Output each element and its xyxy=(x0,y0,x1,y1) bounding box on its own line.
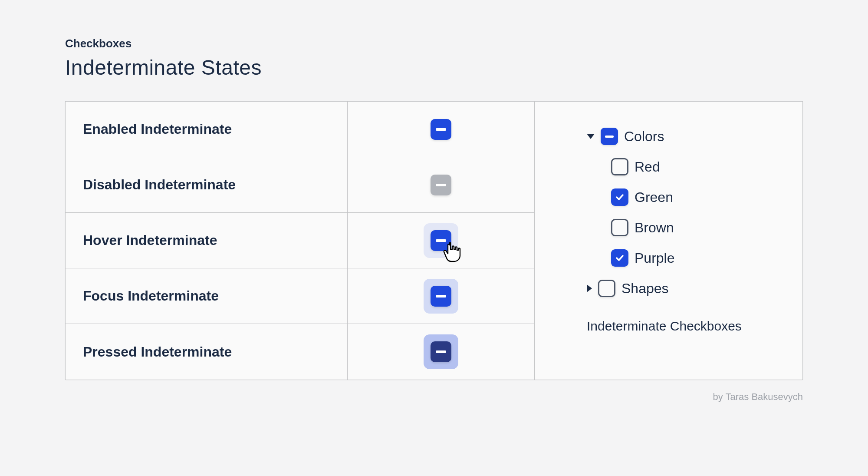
state-label: Disabled Indeterminate xyxy=(66,157,348,212)
states-table: Enabled Indeterminate Disabled Indetermi… xyxy=(65,101,803,380)
minus-icon xyxy=(605,136,614,138)
tree-item-purple[interactable]: Purple xyxy=(611,249,802,267)
chevron-down-icon xyxy=(587,134,595,139)
minus-icon xyxy=(436,239,446,242)
attribution: by Taras Bakusevych xyxy=(65,391,803,403)
state-sample xyxy=(348,279,534,314)
state-sample xyxy=(348,112,534,147)
state-sample xyxy=(348,223,534,258)
state-label: Focus Indeterminate xyxy=(66,268,348,324)
tree-group-colors[interactable]: Colors xyxy=(587,128,802,145)
checkbox-indeterminate-enabled[interactable] xyxy=(431,119,451,140)
page-title: Indeterminate States xyxy=(65,56,803,79)
section-subtitle: Checkboxes xyxy=(65,37,803,50)
checkbox-wrap xyxy=(424,112,458,147)
checkbox-colors-indeterminate[interactable] xyxy=(601,128,618,145)
chevron-right-icon xyxy=(587,284,592,292)
checkbox-shapes[interactable] xyxy=(598,280,615,297)
tree-label: Green xyxy=(635,189,673,205)
checkbox-brown[interactable] xyxy=(611,219,628,236)
checkbox-indeterminate-pressed[interactable] xyxy=(431,341,451,362)
checkbox-wrap xyxy=(424,168,458,202)
tree-label: Brown xyxy=(635,220,674,236)
example-column: Colors Red Green Brown Purple Shapes xyxy=(534,102,802,380)
state-label: Pressed Indeterminate xyxy=(66,324,348,380)
state-sample xyxy=(348,168,534,202)
state-row-focus: Focus Indeterminate xyxy=(66,268,534,324)
example-caption: Indeterminate Checkboxes xyxy=(587,319,802,334)
check-icon xyxy=(615,192,625,202)
checkbox-indeterminate-disabled xyxy=(431,175,451,195)
checkbox-wrap xyxy=(424,334,458,369)
checkbox-purple[interactable] xyxy=(611,249,628,267)
checkbox-indeterminate-focus[interactable] xyxy=(431,286,451,307)
tree-item-green[interactable]: Green xyxy=(611,188,802,206)
checkbox-indeterminate-hover[interactable] xyxy=(431,230,451,251)
check-icon xyxy=(615,253,625,263)
minus-icon xyxy=(436,295,446,298)
checkbox-wrap xyxy=(424,223,458,258)
state-row-hover: Hover Indeterminate xyxy=(66,213,534,268)
tree-item-brown[interactable]: Brown xyxy=(611,219,802,236)
tree-group-shapes[interactable]: Shapes xyxy=(587,280,802,297)
states-column: Enabled Indeterminate Disabled Indetermi… xyxy=(66,102,534,380)
state-sample xyxy=(348,334,534,369)
state-label: Enabled Indeterminate xyxy=(66,102,348,157)
minus-icon xyxy=(436,350,446,353)
minus-icon xyxy=(436,128,446,131)
checkbox-red[interactable] xyxy=(611,158,628,175)
state-row-enabled: Enabled Indeterminate xyxy=(66,102,534,157)
tree-label: Shapes xyxy=(621,281,669,297)
state-row-disabled: Disabled Indeterminate xyxy=(66,157,534,213)
tree-label: Purple xyxy=(635,250,675,266)
state-label: Hover Indeterminate xyxy=(66,213,348,268)
tree-label: Red xyxy=(635,159,660,175)
state-row-pressed: Pressed Indeterminate xyxy=(66,324,534,380)
checkbox-green[interactable] xyxy=(611,188,628,206)
checkbox-wrap xyxy=(424,279,458,314)
tree-label: Colors xyxy=(624,129,664,145)
tree-item-red[interactable]: Red xyxy=(611,158,802,175)
minus-icon xyxy=(436,184,446,186)
